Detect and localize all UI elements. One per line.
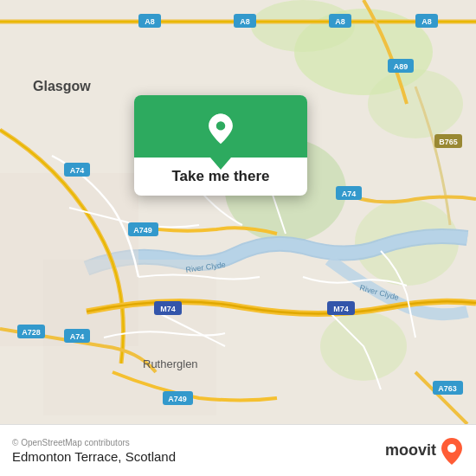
moovit-text: moovit	[385, 441, 436, 460]
svg-text:M74: M74	[160, 305, 176, 313]
popup-green-section	[134, 95, 307, 158]
svg-text:M74: M74	[333, 305, 349, 313]
svg-text:A749: A749	[133, 226, 152, 235]
svg-text:A89: A89	[394, 62, 408, 71]
svg-text:Rutherglen: Rutherglen	[143, 357, 198, 370]
svg-text:B765: B765	[439, 138, 458, 146]
svg-point-46	[447, 444, 456, 453]
svg-text:A74: A74	[70, 332, 85, 341]
svg-text:A728: A728	[22, 328, 41, 337]
svg-text:A8: A8	[145, 17, 155, 26]
svg-text:A8: A8	[421, 17, 432, 26]
svg-text:A74: A74	[70, 166, 85, 175]
location-label: Edmonton Terrace, Scotland	[12, 449, 176, 464]
svg-text:A763: A763	[438, 384, 457, 393]
svg-text:A74: A74	[342, 190, 357, 198]
map-svg: A8 A8 A8 A8 A89 A74 A74 A74 A749 M74 M74…	[0, 0, 476, 424]
svg-text:Glasgow: Glasgow	[33, 79, 91, 93]
map-container: A8 A8 A8 A8 A89 A74 A74 A74 A749 M74 M74…	[0, 0, 476, 424]
footer-bar: © OpenStreetMap contributors Edmonton Te…	[0, 424, 476, 476]
footer-left: © OpenStreetMap contributors Edmonton Te…	[12, 438, 176, 464]
moovit-pin-icon	[440, 436, 464, 466]
location-pin-icon	[203, 111, 238, 145]
svg-point-45	[216, 121, 225, 130]
svg-point-3	[368, 69, 463, 138]
popup-card[interactable]: Take me there	[134, 95, 307, 196]
moovit-logo: moovit	[385, 436, 464, 466]
svg-text:A8: A8	[240, 17, 250, 26]
copyright-text: © OpenStreetMap contributors	[12, 438, 176, 447]
popup-triangle	[210, 158, 231, 170]
svg-text:A8: A8	[335, 17, 345, 26]
svg-text:A749: A749	[168, 395, 187, 403]
